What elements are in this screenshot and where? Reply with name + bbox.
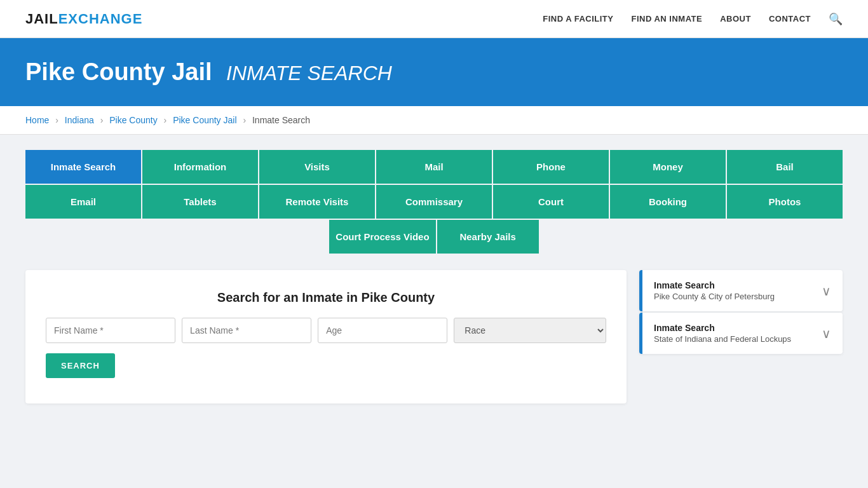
tab-court[interactable]: Court	[493, 185, 610, 220]
sidebar-card-2-header[interactable]: Inmate Search State of Indiana and Feder…	[639, 313, 843, 354]
tabs-container: Inmate Search Information Visits Mail Ph…	[25, 150, 843, 255]
breadcrumb-sep-2: ›	[100, 115, 104, 125]
search-button[interactable]: SEARCH	[46, 353, 115, 378]
tab-phone[interactable]: Phone	[493, 150, 610, 185]
breadcrumb-pike-county[interactable]: Pike County	[109, 115, 157, 125]
chevron-down-icon-1: ∨	[822, 283, 831, 299]
search-title: Search for an Inmate in Pike County	[46, 290, 606, 305]
nav-about[interactable]: ABOUT	[720, 14, 751, 24]
chevron-down-icon-2: ∨	[822, 326, 831, 341]
site-header: JAILEXCHANGE FIND A FACILITY FIND AN INM…	[0, 0, 868, 38]
hero-title-main: Pike County Jail	[25, 58, 212, 85]
first-name-input[interactable]	[46, 318, 175, 343]
sidebar: Inmate Search Pike County & City of Pete…	[639, 270, 843, 355]
tab-commissary[interactable]: Commissary	[376, 185, 493, 220]
sidebar-card-2-title: Inmate Search	[654, 323, 791, 333]
sidebar-card-1: Inmate Search Pike County & City of Pete…	[639, 270, 843, 311]
breadcrumb-indiana[interactable]: Indiana	[65, 115, 94, 125]
breadcrumb: Home › Indiana › Pike County › Pike Coun…	[0, 106, 868, 135]
breadcrumb-sep-3: ›	[164, 115, 167, 125]
tab-tablets[interactable]: Tablets	[142, 185, 259, 220]
breadcrumb-current: Inmate Search	[252, 115, 310, 125]
search-fields: Race White Black Hispanic Asian Other	[46, 318, 606, 343]
tabs-row-2: Email Tablets Remote Visits Commissary C…	[25, 185, 843, 220]
content-layout: Search for an Inmate in Pike County Race…	[25, 270, 843, 403]
tab-bail[interactable]: Bail	[727, 150, 843, 185]
search-icon-button[interactable]: 🔍	[829, 12, 843, 26]
sidebar-card-2-subtitle: State of Indiana and Federal Lockups	[654, 334, 791, 344]
age-input[interactable]	[318, 318, 447, 343]
nav-find-inmate[interactable]: FIND AN INMATE	[631, 14, 702, 24]
main-nav: FIND A FACILITY FIND AN INMATE ABOUT CON…	[543, 12, 843, 26]
tabs-row-1: Inmate Search Information Visits Mail Ph…	[25, 150, 843, 185]
main-content: Inmate Search Information Visits Mail Ph…	[0, 135, 868, 419]
tab-photos[interactable]: Photos	[727, 185, 843, 220]
breadcrumb-sep-1: ›	[55, 115, 58, 125]
page-title: Pike County Jail INMATE SEARCH	[25, 58, 843, 86]
sidebar-card-2-text: Inmate Search State of Indiana and Feder…	[654, 323, 791, 344]
search-box: Search for an Inmate in Pike County Race…	[25, 270, 627, 403]
sidebar-card-2: Inmate Search State of Indiana and Feder…	[639, 313, 843, 354]
tab-nearby-jails[interactable]: Nearby Jails	[437, 220, 539, 255]
hero-banner: Pike County Jail INMATE SEARCH	[0, 38, 868, 106]
sidebar-card-1-text: Inmate Search Pike County & City of Pete…	[654, 280, 775, 301]
last-name-input[interactable]	[182, 318, 311, 343]
tab-court-process-video[interactable]: Court Process Video	[329, 220, 437, 255]
tab-visits[interactable]: Visits	[259, 150, 376, 185]
tabs-row-3: Court Process Video Nearby Jails	[25, 220, 843, 255]
sidebar-card-1-header[interactable]: Inmate Search Pike County & City of Pete…	[639, 270, 843, 311]
site-logo[interactable]: JAILEXCHANGE	[25, 11, 142, 27]
sidebar-card-1-title: Inmate Search	[654, 280, 775, 290]
logo-exchange: EXCHANGE	[58, 11, 143, 27]
race-select[interactable]: Race White Black Hispanic Asian Other	[454, 318, 606, 343]
tab-inmate-search[interactable]: Inmate Search	[25, 150, 142, 185]
breadcrumb-pike-county-jail[interactable]: Pike County Jail	[173, 115, 236, 125]
breadcrumb-sep-4: ›	[243, 115, 246, 125]
nav-contact[interactable]: CONTACT	[769, 14, 811, 24]
tab-booking[interactable]: Booking	[610, 185, 727, 220]
tab-information[interactable]: Information	[142, 150, 259, 185]
breadcrumb-home[interactable]: Home	[25, 115, 49, 125]
tab-email[interactable]: Email	[25, 185, 142, 220]
hero-title-subtitle: INMATE SEARCH	[226, 62, 392, 85]
tab-remote-visits[interactable]: Remote Visits	[259, 185, 376, 220]
logo-jail: JAIL	[25, 11, 58, 27]
sidebar-card-1-subtitle: Pike County & City of Petersburg	[654, 292, 775, 301]
tab-money[interactable]: Money	[610, 150, 727, 185]
nav-find-facility[interactable]: FIND A FACILITY	[543, 14, 613, 24]
tab-mail[interactable]: Mail	[376, 150, 493, 185]
